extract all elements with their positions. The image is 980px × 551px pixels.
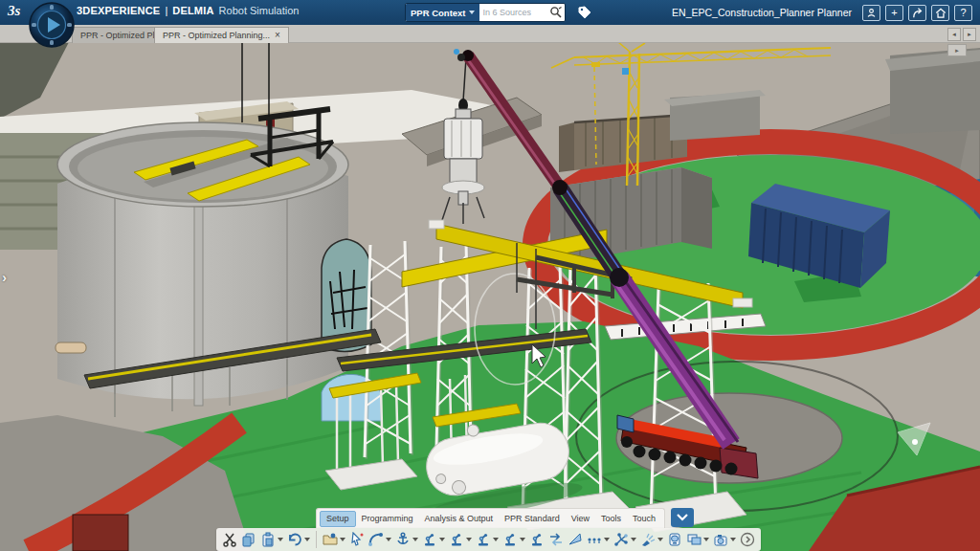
open-catalog-icon[interactable]	[321, 529, 347, 550]
action-bar-row: Setup Programming Analysis & Output PPR …	[316, 508, 694, 528]
robot-program-icon[interactable]	[501, 529, 527, 550]
delmia-robot-simulation-window: 3s 3DEXPERIENCE | DELMIA Robot Simulatio…	[0, 0, 980, 551]
chevron-down-icon	[469, 11, 475, 14]
app-title: 3DEXPERIENCE | DELMIA Robot Simulation	[77, 5, 299, 16]
robot-controller-icon[interactable]	[527, 529, 546, 550]
dropdown-caret-icon	[703, 538, 709, 541]
app-name: Robot Simulation	[219, 5, 300, 16]
document-tab-bar: PPR - Optimized Planning... PPR - Optimi…	[0, 25, 980, 43]
tag-icon[interactable]	[577, 5, 592, 20]
action-bar: Setup Programming Analysis & Output PPR …	[316, 508, 665, 528]
snapshot-camera-icon[interactable]	[711, 529, 738, 550]
title-divider: |	[165, 5, 167, 16]
tab-touch[interactable]: Touch	[627, 511, 661, 526]
home-icon[interactable]	[931, 5, 949, 21]
dropdown-caret-icon	[412, 538, 418, 541]
share-icon[interactable]	[908, 5, 926, 21]
dropdown-caret-icon	[520, 538, 525, 541]
bottom-toolbar	[216, 528, 761, 551]
close-tab-icon[interactable]: ×	[275, 31, 280, 40]
tab-ppr-optimized-planning-2[interactable]: PPR - Optimized Planning... ×	[154, 27, 289, 43]
building-far-right[interactable]	[885, 48, 980, 134]
more-commands-icon[interactable]	[738, 529, 757, 550]
top-bar: 3s 3DEXPERIENCE | DELMIA Robot Simulatio…	[0, 0, 980, 25]
tab-view[interactable]: View	[566, 511, 595, 526]
select-position-icon[interactable]	[347, 529, 367, 550]
virtual-monitor-icon[interactable]	[684, 529, 711, 550]
robot-task-icon[interactable]	[474, 529, 501, 550]
dassault-3ds-logo[interactable]: 3s	[8, 3, 20, 19]
user-name-label: EN_EPC_Construction_Planner Planner	[672, 7, 852, 18]
warehouse-gray[interactable]	[664, 90, 766, 141]
dropdown-caret-icon	[604, 538, 610, 541]
chevron-down-icon[interactable]	[671, 508, 694, 527]
search-context-dropdown[interactable]: PPR Context	[406, 4, 479, 21]
toolbar-separator	[316, 531, 317, 548]
robot-teach-icon[interactable]	[447, 529, 474, 550]
tab-scroll-left-icon[interactable]: ◄	[947, 28, 961, 41]
swap-path-icon[interactable]	[546, 529, 566, 550]
tab-scroll-right-icon[interactable]: ►	[963, 28, 976, 41]
add-icon[interactable]: +	[885, 5, 903, 21]
viewport-3d[interactable]: › ► Setup Programming Analysis & Output …	[0, 42, 980, 551]
spray-tool-icon[interactable]	[638, 529, 665, 550]
dropdown-caret-icon	[278, 538, 283, 541]
tab-programming[interactable]: Programming	[356, 511, 419, 526]
bottomleft-platform[interactable]	[0, 415, 251, 551]
product-name: DELMIA	[172, 5, 213, 16]
left-panel-expander[interactable]: ›	[2, 269, 7, 285]
help-icon[interactable]: ?	[954, 5, 972, 21]
dropdown-caret-icon	[340, 538, 345, 541]
tab-scroll-controls: ◄ ►	[947, 28, 976, 41]
undo-icon[interactable]	[285, 529, 312, 550]
dropdown-caret-icon	[493, 538, 499, 541]
panel-overflow-button[interactable]: ►	[947, 44, 967, 56]
reachability-arc-icon[interactable]	[367, 529, 393, 550]
tab-tools[interactable]: Tools	[595, 511, 627, 526]
viewport-3d-scene	[0, 42, 980, 551]
mechanism-joints-icon[interactable]	[612, 529, 638, 550]
tab-analysis-output[interactable]: Analysis & Output	[419, 511, 500, 526]
paste-icon[interactable]	[258, 529, 285, 550]
dropdown-caret-icon	[730, 538, 736, 541]
dropdown-caret-icon	[304, 538, 310, 541]
platform-name: 3DEXPERIENCE	[77, 5, 160, 16]
search-input[interactable]	[479, 8, 547, 17]
work-envelope-icon[interactable]	[566, 529, 585, 550]
tab-setup[interactable]: Setup	[320, 511, 356, 527]
user-area: EN_EPC_Construction_Planner Planner +	[672, 0, 972, 25]
3dexperience-compass[interactable]	[29, 2, 75, 48]
teach-pendant-icon[interactable]	[665, 529, 684, 550]
track-points-icon[interactable]	[585, 529, 612, 550]
search-box: PPR Context	[405, 3, 566, 22]
dropdown-caret-icon	[386, 538, 391, 541]
dropdown-caret-icon	[657, 538, 663, 541]
dropdown-caret-icon	[631, 538, 636, 541]
dropdown-caret-icon	[466, 538, 472, 541]
tab-ppr-standard[interactable]: PPR Standard	[499, 511, 566, 526]
top-search: PPR Context	[405, 4, 592, 21]
dropdown-caret-icon	[439, 538, 445, 541]
user-icon[interactable]	[862, 5, 880, 21]
search-icon[interactable]	[547, 4, 565, 21]
robot-jog-icon[interactable]	[420, 529, 447, 550]
cut-icon[interactable]	[220, 529, 239, 550]
anchor-robot-icon[interactable]	[393, 529, 420, 550]
copy-icon[interactable]	[239, 529, 258, 550]
